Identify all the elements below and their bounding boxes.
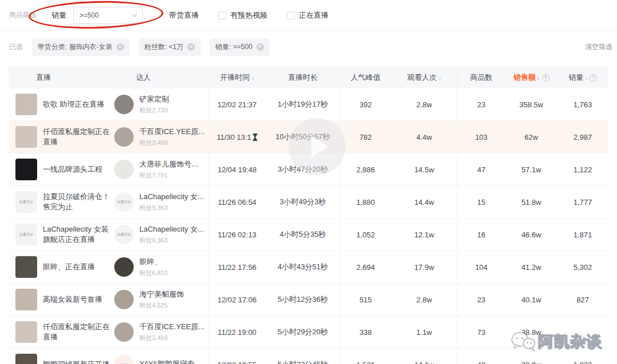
talent-name[interactable]: 大唐菲儿服饰号二店 [139,159,206,169]
header-sales-volume[interactable]: 销量 ↓ ? [557,67,608,88]
talent-avatar[interactable] [114,160,134,179]
filter-tag[interactable]: 销量: >=500✕ [210,38,270,56]
watermark-text: 阿凯杂谈 [538,331,602,352]
talent-name[interactable]: 千百度ICE.YEE原... [139,322,205,332]
talent-name[interactable]: 海宁美貂服饰 [139,289,184,300]
living-now-checkbox[interactable]: 正在直播 [287,10,328,21]
sales-amount-cell: 62w [506,121,557,153]
start-time-cell: 11/30 13:1 [209,121,266,153]
live-cover-thumbnail[interactable]: 拉夏贝尔 [15,191,37,213]
live-cover-thumbnail[interactable] [15,256,37,278]
talent-fans-count: 粉丝3,459 [139,139,205,147]
sort-down-icon: ↓ [538,75,540,81]
sales-filter-label: 销量 [51,10,66,21]
filter-tag[interactable]: 粉丝数: <1万✕ [139,38,201,56]
talent-name[interactable]: LaChapellecity 女... [139,192,204,202]
sales-amount-cell: 40.1w [506,284,557,316]
products-count-cell: 15 [457,186,506,218]
remove-tag-icon[interactable]: ✕ [117,43,124,51]
start-time-cell: 12/02 19:55 [209,349,266,364]
talent-avatar[interactable] [114,257,134,277]
clear-filters-button[interactable]: 清空筛选 [585,42,612,52]
live-cover-thumbnail[interactable] [15,354,37,364]
live-title[interactable]: 拉夏贝尔破价清仓！售完为止 [43,192,110,212]
peak-popularity-cell: 2,694 [340,251,391,283]
table-row[interactable]: 高端女装新号首播 海宁美貂服饰 粉丝4,525 12/02 17:06 5小时1… [9,284,608,316]
sales-amount-cell: 51.8w [506,186,557,218]
talent-fans-count: 粉丝3,459 [139,334,205,342]
live-title[interactable]: 眼眸、正在直播 [43,262,95,272]
peak-popularity-cell: 2,886 [340,153,391,185]
info-icon[interactable]: ? [590,74,597,82]
live-cover-thumbnail[interactable] [15,94,37,115]
talent-avatar[interactable] [114,322,134,342]
sales-volume-cell: 1,763 [557,88,608,120]
peak-popularity-cell: 1,880 [340,186,391,218]
talent-avatar[interactable] [114,95,134,114]
selected-filters-bar: 已选 带货分类: 服饰内衣-女装✕粉丝数: <1万✕销量: >=500✕ 清空筛… [0,31,617,63]
header-duration: 直播时长 [266,67,340,88]
live-cover-thumbnail[interactable]: 拉夏贝尔 [15,224,37,245]
busy-cursor-icon [253,134,258,141]
live-cover-thumbnail[interactable] [15,126,37,148]
live-title[interactable]: 鸭鸭羽绒服新店开播 [43,359,110,364]
remove-tag-icon[interactable]: ✕ [257,43,264,51]
talent-avatar[interactable] [114,290,134,309]
filter-tag[interactable]: 带货分类: 服饰内衣-女装✕ [32,38,130,56]
sort-down-icon: ↓ [439,75,442,81]
wechat-chat-bubbles-icon [510,331,536,353]
table-row[interactable]: 仟佰渡私服定制正在直播 千百度ICE.YEE原... 粉丝3,459 11/30… [9,121,608,153]
table-row[interactable]: 眼眸、正在直播 眼眸、 粉丝6,810 11/22 17:56 4小时43分51… [9,251,608,284]
live-cover-thumbnail[interactable] [15,159,37,180]
table-row[interactable]: 一线品牌源头工程 大唐菲儿服饰号二店 粉丝7,791 12/04 19:48 3… [9,153,608,186]
talent-avatar[interactable]: YAYA [114,355,134,364]
header-start-time[interactable]: 开播时间 ↓ [209,67,266,88]
live-cover-thumbnail[interactable] [15,289,37,310]
talent-name[interactable]: LaChapellecity 女... [139,224,204,234]
talent-name[interactable]: YAYA鸭鸭服寝专卖店 [139,359,206,364]
talent-avatar[interactable]: 拉夏贝尔 [114,225,134,244]
header-sales-amount[interactable]: 销售额 ↓ ? [506,67,557,88]
talent-name[interactable]: 千百度ICE.YEE原... [139,127,205,137]
sales-volume-cell: 1,871 [557,219,608,250]
preheat-video-checkbox[interactable]: 有预热视频 [218,10,267,21]
sales-filter-dropdown[interactable]: >=500 [73,7,143,24]
live-title[interactable]: 歌歌 助理正在直播 [43,99,105,110]
live-title[interactable]: 仟佰渡私服定制正在直播 [43,127,110,147]
talent-avatar[interactable]: 拉夏贝尔 [114,192,134,212]
talent-fans-count: 粉丝9,363 [139,204,204,212]
living-now-label: 正在直播 [299,10,328,21]
products-count-cell: 47 [457,153,506,185]
table-row[interactable]: 拉夏贝尔 LaChapellecity 女装旗舰店正在直播 拉夏贝尔 LaCha… [9,219,608,251]
filter-section-label: 商品筛选 [9,10,37,20]
live-ecom-filter[interactable]: 带货直播 [169,10,199,21]
table-header: 直播 达人 开播时间 ↓ 直播时长 人气峰值 观看人次 ↓ 商品数 销售额 ↓ … [9,67,608,88]
preheat-video-label: 有预热视频 [230,10,267,21]
watermark: 阿凯杂谈 [510,331,602,353]
duration-cell: 1小时19分17秒 [266,88,340,120]
header-views[interactable]: 观看人次 ↓ [391,67,457,88]
checkbox-icon [218,11,226,19]
talent-fans-count: 粉丝2,720 [139,106,169,115]
live-title[interactable]: 高端女装新号首播 [43,294,102,305]
table-row[interactable]: 拉夏贝尔 拉夏贝尔破价清仓！售完为止 拉夏贝尔 LaChapellecity 女… [9,186,608,219]
table-body: 歌歌 助理正在直播 铲家定制 粉丝2,720 12/02 21:37 1小时19… [9,88,608,364]
talent-avatar[interactable] [114,127,134,147]
live-cover-thumbnail[interactable] [15,321,37,343]
sales-volume-cell: 5,302 [557,251,608,283]
live-title[interactable]: 一线品牌源头工程 [43,164,102,175]
filter-tag-label: 带货分类: 服饰内衣-女装 [38,42,113,52]
talent-name[interactable]: 眼眸、 [139,257,168,267]
checkbox-icon [287,11,295,19]
remove-tag-icon[interactable]: ✕ [187,43,195,51]
duration-cell: 5小时29分20秒 [266,316,340,348]
products-count-cell: 43 [457,349,506,364]
peak-popularity-cell: 782 [340,121,391,153]
live-title[interactable]: 仟佰渡私服定制正在直播 [43,322,110,342]
info-icon[interactable]: ? [542,74,550,82]
talent-name[interactable]: 铲家定制 [139,94,169,104]
live-title[interactable]: LaChapellecity 女装旗舰店正在直播 [43,224,110,245]
views-cell: 2.8w [391,88,457,120]
duration-cell: 3小时47分20秒 [266,153,340,185]
table-row[interactable]: 歌歌 助理正在直播 铲家定制 粉丝2,720 12/02 21:37 1小时19… [9,88,608,121]
